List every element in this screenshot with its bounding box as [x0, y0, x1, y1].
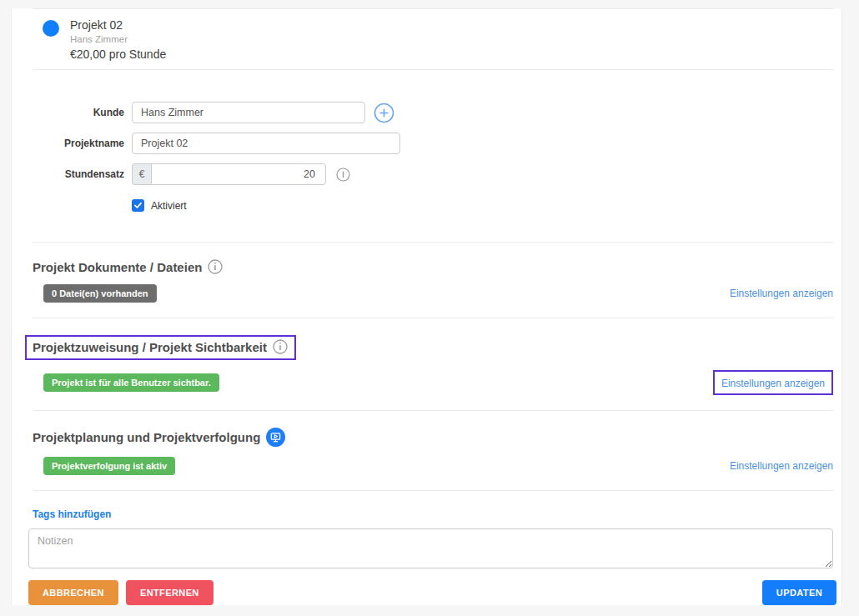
stundensatz-input-group: €	[132, 163, 326, 185]
notes-textarea[interactable]	[28, 528, 833, 568]
planning-title: Projektplanung und Projektverfolgung	[33, 430, 260, 444]
kunde-row: Kunde	[33, 102, 833, 123]
delete-button[interactable]: ENTFERNEN	[126, 580, 213, 605]
projektname-input[interactable]	[132, 133, 400, 154]
add-tags-link[interactable]: Tags hinzufügen	[33, 508, 111, 520]
update-button[interactable]: UPDATEN	[762, 580, 836, 605]
project-hourly-rate: €20,00 pro Stunde	[70, 48, 166, 61]
divider	[33, 69, 833, 70]
documents-heading-row: Projekt Dokumente / Dateien	[33, 259, 833, 274]
checkmark-icon	[133, 201, 143, 210]
documents-body: 0 Datei(en) vorhanden Einstellungen anze…	[33, 284, 833, 303]
project-header-text: Projekt 02 Hans Zimmer €20,00 pro Stunde	[70, 18, 166, 61]
add-customer-icon[interactable]	[374, 103, 394, 123]
documents-info-icon[interactable]	[208, 259, 223, 274]
assignment-visibility-badge: Projekt ist für alle Benutzer sichtbar.	[43, 373, 219, 392]
kunde-label: Kunde	[33, 107, 124, 118]
cancel-button[interactable]: ABBRECHEN	[28, 580, 118, 605]
stundensatz-row: Stundensatz €	[33, 163, 833, 185]
stundensatz-info-icon[interactable]	[336, 168, 350, 182]
section-assignment: Projektzuweisung / Projekt Sichtbarkeit …	[33, 318, 833, 410]
projektname-row: Projektname	[33, 133, 833, 154]
action-buttons: ABBRECHEN ENTFERNEN UPDATEN	[28, 580, 833, 605]
assignment-title: Projektzuweisung / Projekt Sichtbarkeit	[33, 340, 267, 354]
annotation-box-assignment-link: Einstellungen anzeigen	[713, 370, 833, 395]
planning-heading-row: Projektplanung und Projektverfolgung	[33, 428, 833, 447]
aktiviert-checkbox[interactable]	[132, 199, 144, 212]
stundensatz-input[interactable]	[151, 163, 326, 185]
stundensatz-label: Stundensatz	[33, 168, 124, 180]
project-edit-panel: Projekt 02 Hans Zimmer €20,00 pro Stunde…	[11, 8, 842, 605]
project-title: Projekt 02	[70, 18, 166, 32]
documents-count-badge: 0 Datei(en) vorhanden	[43, 284, 157, 303]
aktiviert-label: Aktiviert	[151, 200, 187, 212]
divider	[33, 490, 833, 491]
aktiviert-row: Aktiviert	[132, 199, 833, 212]
annotation-box-assignment-title: Projektzuweisung / Projekt Sichtbarkeit	[25, 335, 296, 360]
assignment-body: Projekt ist für alle Benutzer sichtbar. …	[33, 370, 833, 395]
currency-prefix: €	[132, 163, 151, 185]
project-form: Kunde Projektname Stundensatz €	[33, 102, 833, 242]
project-header: Projekt 02 Hans Zimmer €20,00 pro Stunde	[33, 9, 833, 69]
project-color-dot[interactable]	[43, 20, 59, 37]
kunde-input[interactable]	[132, 102, 365, 123]
section-documents: Projekt Dokumente / Dateien 0 Datei(en) …	[33, 243, 833, 318]
planning-body: Projektverfolgung ist aktiv Einstellunge…	[33, 457, 833, 475]
assignment-info-icon[interactable]	[273, 339, 288, 354]
planning-settings-link[interactable]: Einstellungen anzeigen	[730, 460, 833, 472]
projektname-label: Projektname	[33, 138, 124, 149]
project-tracking-icon[interactable]	[266, 428, 285, 447]
project-customer-name: Hans Zimmer	[70, 34, 166, 44]
assignment-heading-row: Projektzuweisung / Projekt Sichtbarkeit	[33, 335, 833, 360]
documents-settings-link[interactable]: Einstellungen anzeigen	[730, 288, 833, 299]
planning-status-badge: Projektverfolgung ist aktiv	[43, 457, 175, 475]
assignment-settings-link[interactable]: Einstellungen anzeigen	[721, 378, 825, 389]
documents-title: Projekt Dokumente / Dateien	[33, 260, 202, 274]
section-planning: Projektplanung und Projektverfolgung Pro…	[33, 411, 833, 490]
